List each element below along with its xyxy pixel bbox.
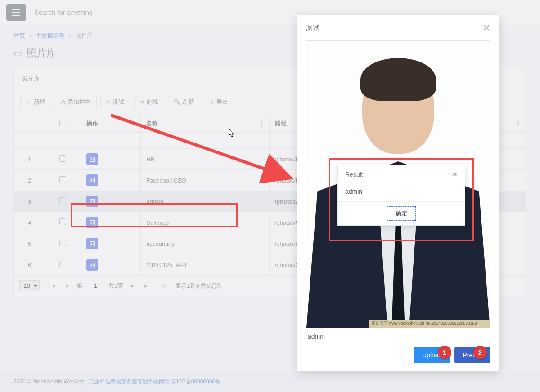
svg-point-5 [91, 263, 92, 264]
add-button[interactable]: ＋新增 [20, 95, 51, 109]
svg-point-3 [91, 221, 92, 222]
dialog-close-icon[interactable]: ✕ [483, 22, 490, 33]
row-name: HR [141, 149, 269, 170]
row-index: 6 [14, 254, 45, 276]
page-title-icon: ▭ [14, 47, 23, 59]
plus-icon: ＋ [26, 98, 32, 106]
reload-button[interactable]: ↻ [160, 281, 169, 290]
result-popup: Result: ✕ admin 确定 [338, 165, 465, 226]
edit-icon: ✎ [106, 99, 111, 105]
page-prefix: 第 [76, 282, 82, 290]
result-ok-button[interactable]: 确定 [387, 206, 416, 221]
last-page-button[interactable]: ▸▏ [143, 281, 154, 290]
col-op[interactable]: 操作 [81, 115, 141, 133]
row-checkbox[interactable] [59, 218, 66, 225]
delete-button[interactable]: ✕删除 [134, 95, 164, 109]
test-button[interactable]: ✎测试 [100, 95, 130, 109]
image-icon[interactable] [86, 196, 98, 207]
col-name[interactable]: 名称▲▼ [141, 115, 269, 133]
row-index: 2 [14, 170, 45, 191]
svg-point-1 [91, 179, 92, 180]
svg-point-0 [91, 158, 92, 159]
upload-button[interactable]: Upload [414, 347, 450, 363]
export-icon: ⇪ [210, 99, 214, 105]
image-icon[interactable] [86, 238, 98, 249]
footer: 2020 © SmartAdmin WebApp 工业和信息化部备案管理系统网站… [0, 372, 540, 392]
photo-caption: admin [306, 328, 490, 340]
page-input[interactable] [89, 281, 102, 290]
add-sample-button[interactable]: ◔添加样本 [55, 95, 97, 109]
row-checkbox[interactable] [59, 155, 66, 162]
row-name: Salesjpg [141, 212, 269, 233]
page-size-select[interactable]: 10 [19, 280, 40, 291]
prev-page-button[interactable]: ◂ [63, 281, 70, 290]
row-name: 20210125_AI-3 [141, 254, 269, 276]
row-checkbox[interactable] [59, 176, 66, 183]
row-checkbox[interactable] [59, 240, 66, 246]
menu-button[interactable] [6, 4, 26, 21]
row-name: admin [141, 191, 269, 212]
row-index: 3 [14, 191, 45, 212]
row-name: Facebook CEO [141, 170, 269, 191]
search-icon: 🔍 [174, 99, 180, 105]
photo-watermark: 图自天下 www.photophoto.cn No.20140306036120… [369, 320, 490, 328]
row-name: accounting [141, 233, 269, 254]
clock-icon: ◔ [61, 99, 65, 105]
svg-point-4 [91, 242, 92, 243]
predict-button[interactable]: Predict [454, 347, 490, 363]
result-close-icon[interactable]: ✕ [452, 171, 458, 178]
export-button[interactable]: ⇪导出 [204, 95, 234, 109]
next-page-button[interactable]: ▸ [130, 281, 136, 290]
row-checkbox[interactable] [59, 197, 66, 204]
result-title: Result: [345, 171, 365, 178]
result-value: admin [338, 183, 465, 201]
image-icon[interactable] [86, 153, 98, 165]
image-icon[interactable] [86, 259, 98, 271]
crumb-current: 照片库 [75, 32, 93, 39]
first-page-button[interactable]: ▏◂ [46, 281, 57, 290]
x-icon: ✕ [140, 99, 144, 105]
select-all-checkbox[interactable] [59, 120, 66, 126]
dialog-title: 测试 [306, 24, 320, 32]
row-checkbox[interactable] [59, 261, 66, 267]
footer-link[interactable]: 工业和信息化部备案管理系统网站 苏ICP备00000000号 [89, 379, 220, 385]
page-total: 共1页 [108, 282, 123, 290]
row-index: 4 [14, 212, 45, 233]
search-input[interactable] [34, 9, 169, 16]
image-icon[interactable] [86, 217, 98, 228]
svg-point-2 [91, 200, 92, 201]
row-index: 1 [14, 149, 45, 170]
pager-info: 显示1到6,共6记录 [175, 282, 221, 290]
crumb-level1[interactable]: 主数据管理 [36, 32, 65, 39]
row-index: 5 [14, 233, 45, 254]
refresh-button[interactable]: 🔍刷新 [168, 95, 200, 109]
image-icon[interactable] [86, 174, 98, 186]
crumb-home[interactable]: 首页 [14, 32, 25, 39]
